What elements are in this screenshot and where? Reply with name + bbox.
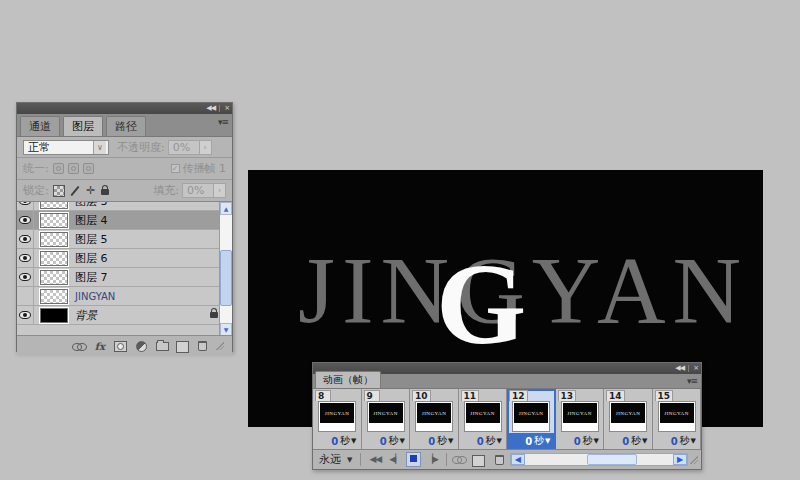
next-frame-button[interactable]: ▕▶ [423,453,441,466]
lock-image-pixels-icon[interactable] [69,185,81,197]
propagate-frame-checkbox[interactable]: ✓ 传播帧 1 [171,161,227,176]
frame-thumbnail[interactable]: JINGYAN [561,401,599,432]
layer-row-hidden[interactable]: JINGYAN [17,287,232,306]
link-layers-icon[interactable] [72,343,86,350]
lock-all-icon[interactable] [101,185,113,197]
layer-row[interactable]: 图层 7 [17,268,232,287]
animation-frame[interactable]: 8 JINGYAN 0秒▼ [313,389,362,449]
scroll-down-icon[interactable]: ▼ [220,323,232,336]
visibility-toggle[interactable] [17,230,34,249]
collapse-panel-icon[interactable]: ◀◀ [206,105,215,112]
collapse-panel-icon[interactable]: ◀◀ [675,365,684,372]
layer-thumbnail[interactable] [40,213,68,228]
layer-thumbnail[interactable] [40,308,68,323]
animation-frame[interactable]: 9 JINGYAN 0秒▼ [362,389,411,449]
animation-frame-selected[interactable]: 12 JINGYAN 0秒▼ [507,389,556,449]
panel-menu-icon[interactable]: ▾≡ [687,376,697,386]
visibility-toggle[interactable] [17,202,34,211]
unify-position-icon[interactable] [53,163,64,174]
frames-scrollbar[interactable]: ◀ ▶ [510,453,688,466]
frame-delay-select[interactable]: 0秒▼ [459,433,507,449]
checkbox-check-icon[interactable]: ✓ [171,164,180,173]
frame-thumbnail[interactable]: JINGYAN [658,401,696,432]
frame-delay-select[interactable]: 0秒▼ [507,433,555,449]
frame-thumbnail[interactable]: JINGYAN [609,401,647,432]
duplicate-frame-icon[interactable] [474,455,485,465]
animation-frame[interactable]: 10 JINGYAN 0秒▼ [410,389,459,449]
layers-scrollbar[interactable]: ▲ ▼ [219,202,232,336]
stop-playback-button[interactable] [406,452,421,467]
delete-frame-icon[interactable] [495,455,504,465]
layers-footer-toolbar: fx [17,336,232,356]
fill-slider-arrow-icon[interactable]: › [213,184,225,197]
animation-frame[interactable]: 11 JINGYAN 0秒▼ [459,389,508,449]
blend-mode-select[interactable]: 正常 ∨ [23,140,109,155]
frame-delay-select[interactable]: 0秒▼ [410,433,458,449]
chevron-down-icon[interactable]: ∨ [93,141,106,154]
visibility-toggle[interactable] [17,249,34,268]
frame-delay-select[interactable]: 0秒▼ [653,433,701,449]
unify-style-icon[interactable] [83,163,94,174]
first-frame-button[interactable]: ◀◀ [366,453,384,466]
frame-thumbnail-text: JINGYAN [660,403,694,423]
frame-delay-select[interactable]: 0秒▼ [556,433,604,449]
visibility-toggle[interactable] [17,268,34,287]
visibility-toggle[interactable] [17,287,34,306]
frame-thumbnail[interactable]: JINGYAN [415,401,453,432]
fill-input[interactable]: 0% › [182,183,226,198]
frame-thumbnail[interactable]: JINGYAN [512,401,550,432]
tab-channels[interactable]: 通道 [20,116,60,136]
layer-row-background[interactable]: 背景 [17,306,232,325]
layer-thumbnail[interactable] [40,289,68,304]
layer-row[interactable]: 图层 5 [17,230,232,249]
new-group-icon[interactable] [156,342,169,351]
frame-delay-select[interactable]: 0秒▼ [604,433,652,449]
scroll-track[interactable] [525,454,673,465]
loop-count-select[interactable]: 永远 ▼ [316,452,355,467]
animation-frame[interactable]: 13 JINGYAN 0秒▼ [556,389,605,449]
tab-animation-frames[interactable]: 动画（帧） [315,371,381,388]
scroll-thumb[interactable] [220,250,232,306]
panel-resize-grip[interactable] [216,342,224,350]
tab-layers[interactable]: 图层 [63,116,103,136]
new-layer-icon[interactable] [178,341,189,351]
layer-style-fx-icon[interactable]: fx [95,341,105,352]
adjustment-layer-icon[interactable] [136,341,147,352]
opacity-slider-arrow-icon[interactable]: › [199,141,211,154]
layer-thumbnail[interactable] [40,270,68,285]
layer-thumbnail[interactable] [40,232,68,247]
layer-thumbnail[interactable] [40,251,68,266]
frame-thumbnail[interactable]: JINGYAN [464,401,502,432]
close-panel-icon[interactable]: × [224,105,229,112]
animation-frame[interactable]: 14 JINGYAN 0秒▼ [604,389,653,449]
frame-thumbnail[interactable]: JINGYAN [318,401,356,432]
lock-position-icon[interactable]: ✛ [85,185,97,197]
lock-transparent-pixels-icon[interactable] [53,185,65,197]
close-panel-icon[interactable]: × [693,365,698,372]
unify-visibility-icon[interactable] [68,163,79,174]
animation-frame[interactable]: 15 JINGYAN 0秒▼ [653,389,702,449]
chevron-down-icon: ▼ [691,437,696,445]
delete-layer-icon[interactable] [198,341,207,351]
tween-frames-icon[interactable] [452,456,466,463]
tab-paths[interactable]: 路径 [106,116,146,136]
frame-delay-select[interactable]: 0秒▼ [313,433,361,449]
scroll-thumb[interactable] [587,454,637,465]
visibility-toggle[interactable] [17,306,34,325]
scroll-left-icon[interactable]: ◀ [511,454,525,465]
scroll-up-icon[interactable]: ▲ [220,202,232,215]
frame-delay-select[interactable]: 0秒▼ [362,433,410,449]
frame-thumbnail[interactable]: JINGYAN [367,401,405,432]
layer-row-selected[interactable]: 图层 4 [17,211,232,230]
panel-resize-grip[interactable] [690,456,698,464]
layers-panel-titlebar[interactable]: ◀◀ × [17,103,232,114]
visibility-toggle[interactable] [17,211,34,230]
scroll-right-icon[interactable]: ▶ [673,454,687,465]
panel-menu-icon[interactable]: ▾≡ [218,117,228,127]
scroll-track[interactable] [220,215,232,323]
previous-frame-button[interactable]: ◀▏ [386,453,404,466]
layer-row[interactable]: 图层 6 [17,249,232,268]
layer-thumbnail[interactable] [40,202,68,209]
opacity-input[interactable]: 0% › [168,140,212,155]
add-layer-mask-icon[interactable] [114,341,127,352]
